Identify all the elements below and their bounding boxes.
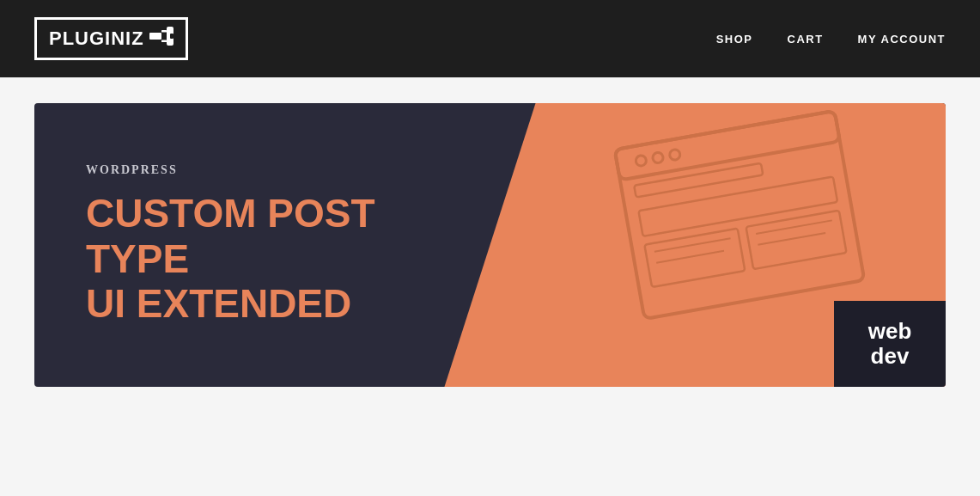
main-content: WordPress Custom Post Type UI Extended — [0, 77, 980, 413]
banner-text-area: WordPress Custom Post Type UI Extended — [34, 103, 481, 387]
svg-rect-11 — [638, 176, 837, 236]
banner-subtitle: WordPress — [86, 163, 429, 177]
webdev-badge: web dev — [834, 301, 946, 387]
webdev-text: web dev — [868, 319, 912, 368]
svg-line-17 — [758, 233, 825, 245]
svg-point-8 — [652, 152, 664, 164]
hero-banner: WordPress Custom Post Type UI Extended — [34, 103, 946, 387]
nav-my-account[interactable]: MY ACCOUNT — [858, 33, 946, 46]
webdev-line2: dev — [871, 343, 910, 369]
logo-icon — [149, 27, 173, 51]
svg-point-9 — [669, 149, 681, 161]
logo-text: PLUGINIZ — [49, 28, 144, 50]
banner-title: Custom Post Type UI Extended — [86, 191, 429, 328]
browser-illustration — [605, 103, 874, 329]
svg-line-15 — [656, 251, 724, 263]
banner-title-line1: Custom Post Type — [86, 191, 375, 281]
main-nav: SHOP CART MY ACCOUNT — [716, 33, 946, 46]
svg-rect-0 — [149, 33, 161, 40]
svg-point-7 — [635, 155, 647, 167]
banner-title-line2: UI Extended — [86, 281, 351, 326]
webdev-line1: web — [868, 318, 912, 344]
site-header: PLUGINIZ SHOP CART MY ACCOUNT — [0, 0, 980, 77]
svg-rect-13 — [746, 211, 847, 269]
svg-rect-2 — [161, 40, 167, 43]
svg-rect-12 — [644, 229, 745, 287]
svg-rect-1 — [161, 30, 167, 33]
nav-cart[interactable]: CART — [788, 33, 824, 46]
banner-graphic-area: web dev — [430, 103, 946, 387]
logo[interactable]: PLUGINIZ — [34, 17, 188, 60]
nav-shop[interactable]: SHOP — [716, 33, 753, 46]
svg-rect-4 — [170, 34, 173, 39]
